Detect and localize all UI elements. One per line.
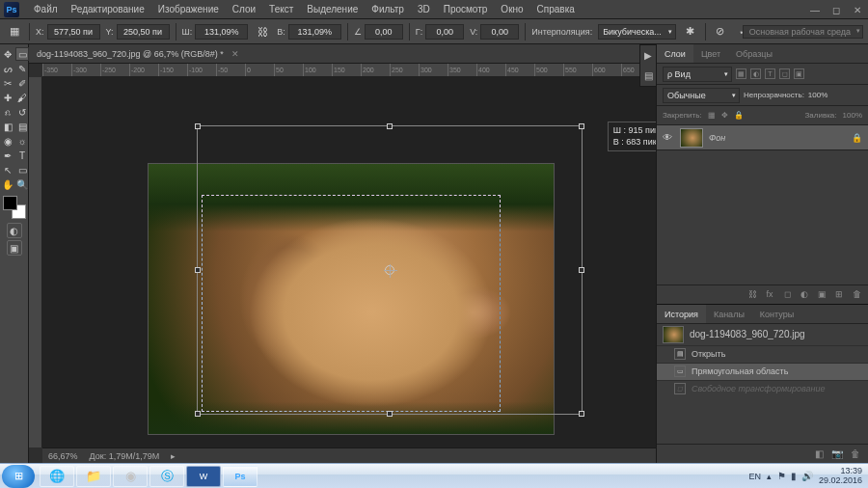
status-arrow-icon[interactable]: ▸ [171, 451, 176, 461]
transform-handle-nw[interactable] [195, 123, 201, 129]
taskbar-chrome-icon[interactable]: ◉ [113, 466, 148, 487]
volume-icon[interactable]: 🔊 [801, 471, 813, 481]
history-snapshot[interactable]: dog-1194083_960_720.jpg [657, 324, 868, 345]
skew-h-input[interactable] [425, 24, 464, 40]
layer-visibility-toggle[interactable]: 👁 [663, 132, 674, 143]
tab-swatches[interactable]: Образцы [728, 44, 780, 63]
menu-filter[interactable]: Фильтр [365, 0, 411, 19]
link-aspect-icon[interactable]: ⛓ [254, 23, 271, 41]
clock[interactable]: 13:39 29.02.2016 [819, 467, 862, 486]
blur-tool[interactable]: ◉ [1, 134, 14, 148]
transform-handle-s[interactable] [387, 411, 393, 417]
document-tab-close[interactable]: ✕ [231, 49, 239, 59]
tab-history[interactable]: История [657, 305, 706, 323]
taskbar-photoshop-icon[interactable]: Ps [223, 466, 258, 487]
menu-file[interactable]: Файл [27, 0, 65, 19]
fill-value[interactable]: 100% [843, 111, 862, 120]
canvas[interactable]: Ш : 915 пикс. В : 683 пикс. [42, 77, 656, 447]
menu-select[interactable]: Выделение [300, 0, 365, 19]
taskbar-explorer-icon[interactable]: 📁 [76, 466, 111, 487]
quick-mask-toggle[interactable]: ◐ [7, 223, 22, 238]
maximize-button[interactable]: ◻ [829, 3, 843, 16]
skew-v-input[interactable] [480, 24, 519, 40]
x-input[interactable] [47, 24, 100, 40]
play-icon[interactable]: ▶ [644, 50, 652, 61]
delete-state-icon[interactable]: 🗑 [851, 448, 860, 459]
foreground-swatch[interactable] [3, 196, 17, 210]
start-button[interactable]: ⊞ [2, 465, 35, 488]
h-input[interactable] [288, 24, 341, 40]
filter-adjust-icon[interactable]: ◐ [750, 68, 761, 79]
eyedropper-tool[interactable]: ✐ [15, 76, 29, 90]
tab-color[interactable]: Цвет [693, 44, 728, 63]
warp-toggle-icon[interactable]: ✱ [682, 23, 699, 41]
hand-tool[interactable]: ✋ [1, 177, 14, 191]
opacity-value[interactable]: 100% [808, 91, 827, 99]
screen-mode-toggle[interactable]: ▣ [7, 240, 22, 256]
path-select-tool[interactable]: ↖ [1, 163, 14, 176]
layer-row-background[interactable]: 👁 Фон 🔒 [657, 125, 868, 150]
create-document-icon[interactable]: ◧ [815, 448, 824, 459]
move-tool[interactable]: ✥ [1, 47, 14, 61]
transform-handle-se[interactable] [579, 411, 584, 417]
history-brush-tool[interactable]: ↺ [15, 105, 29, 119]
brush-tool[interactable]: 🖌 [15, 91, 29, 104]
adjustment-layer-icon[interactable]: ◐ [799, 288, 810, 300]
action-center-icon[interactable]: ⚑ [777, 471, 786, 481]
clone-stamp-tool[interactable]: ⎌ [1, 105, 14, 119]
shape-tool[interactable]: ▭ [15, 163, 29, 176]
new-layer-icon[interactable]: ⊞ [833, 288, 845, 300]
pen-tool[interactable]: ✒ [1, 149, 14, 162]
menu-view[interactable]: Просмотр [437, 0, 495, 19]
network-icon[interactable]: ▮ [791, 471, 797, 481]
transform-handle-w[interactable] [195, 267, 201, 273]
tab-channels[interactable]: Каналы [706, 305, 752, 323]
lock-all-icon[interactable]: 🔒 [734, 111, 744, 120]
y-input[interactable] [117, 24, 170, 40]
menu-edit[interactable]: Редактирование [65, 0, 151, 19]
language-indicator[interactable]: EN [748, 472, 761, 481]
transform-center-point[interactable] [385, 265, 394, 275]
layer-thumbnail[interactable] [680, 128, 703, 148]
lasso-tool[interactable]: ᔕ [1, 62, 14, 75]
taskbar-word-icon[interactable]: W [186, 466, 221, 487]
filter-pixel-icon[interactable]: ▦ [736, 68, 746, 79]
type-tool[interactable]: T [15, 149, 29, 162]
filter-shape-icon[interactable]: ◻ [779, 68, 790, 79]
dodge-tool[interactable]: ☼ [15, 134, 29, 148]
menu-help[interactable]: Справка [530, 0, 582, 19]
delete-layer-icon[interactable]: 🗑 [851, 288, 862, 300]
lock-pixels-icon[interactable]: ▦ [708, 111, 716, 120]
lock-position-icon[interactable]: ✥ [721, 111, 728, 120]
document-tab[interactable]: dog-1194083_960_720.jpg @ 66,7% (RGB/8#)… [29, 44, 656, 64]
transform-handle-ne[interactable] [579, 123, 584, 129]
page-icon[interactable]: ▤ [644, 70, 653, 81]
history-item[interactable]: ▤Открыть [657, 345, 868, 363]
snapshot-icon[interactable]: 📷 [831, 448, 843, 459]
gradient-tool[interactable]: ▤ [15, 120, 29, 133]
tray-chevron-icon[interactable]: ▴ [767, 472, 772, 481]
filter-type-icon[interactable]: T [765, 68, 775, 79]
interpolation-dropdown[interactable]: Бикубическа... [598, 24, 676, 40]
crop-tool[interactable]: ✂ [1, 76, 14, 90]
history-item[interactable]: ▭Прямоугольная область [657, 363, 868, 380]
minimize-button[interactable]: — [808, 3, 822, 16]
quick-select-tool[interactable]: ✎ [15, 62, 29, 75]
transform-handle-sw[interactable] [195, 411, 201, 417]
taskbar-skype-icon[interactable]: Ⓢ [149, 466, 184, 487]
eraser-tool[interactable]: ◧ [1, 120, 14, 133]
healing-brush-tool[interactable]: ✚ [1, 91, 14, 104]
menu-window[interactable]: Окно [494, 0, 529, 19]
blend-mode-dropdown[interactable]: Обычные [663, 88, 740, 103]
transform-handle-e[interactable] [579, 267, 584, 273]
tab-layers[interactable]: Слои [657, 44, 693, 63]
layer-mask-icon[interactable]: ◻ [781, 288, 793, 300]
w-input[interactable] [195, 24, 248, 40]
link-layers-icon[interactable]: ⛓ [746, 288, 758, 300]
collapsed-panel-icons[interactable]: ▶ ▤ [639, 44, 657, 87]
menu-text[interactable]: Текст [262, 0, 300, 19]
menu-layers[interactable]: Слои [226, 0, 262, 19]
tab-paths[interactable]: Контуры [752, 305, 801, 323]
marquee-tool[interactable]: ▭ [15, 47, 29, 61]
layer-fx-icon[interactable]: fx [764, 288, 775, 300]
